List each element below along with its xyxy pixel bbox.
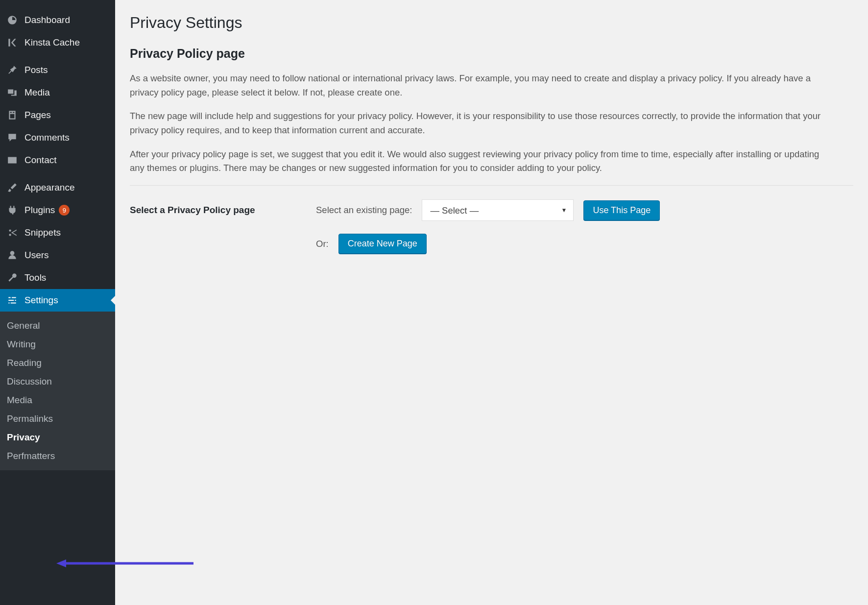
sidebar-item-settings[interactable]: Settings	[0, 289, 115, 312]
sidebar-item-contact[interactable]: Contact	[0, 149, 115, 171]
sidebar-item-comments[interactable]: Comments	[0, 126, 115, 149]
section-heading: Privacy Policy page	[130, 47, 853, 61]
intro-paragraph-1: As a website owner, you may need to foll…	[130, 72, 835, 99]
existing-page-label: Select an existing page:	[316, 205, 412, 216]
wrench-icon	[6, 271, 19, 284]
sidebar-item-label: Users	[24, 250, 49, 261]
sidebar-item-label: Contact	[24, 155, 56, 166]
submenu-item-reading[interactable]: Reading	[0, 354, 115, 372]
menu-separator	[0, 54, 115, 59]
submenu-item-perfmatters[interactable]: Perfmatters	[0, 447, 115, 465]
mail-icon	[6, 154, 19, 167]
sidebar-item-label: Tools	[24, 272, 46, 283]
sidebar-item-label: Comments	[24, 132, 70, 143]
main-content: Privacy Settings Privacy Policy page As …	[115, 0, 868, 605]
pin-icon	[6, 64, 19, 76]
submenu-item-permalinks[interactable]: Permalinks	[0, 410, 115, 428]
sidebar-item-label: Kinsta Cache	[24, 37, 80, 48]
sidebar-item-kinsta-cache[interactable]: Kinsta Cache	[0, 31, 115, 54]
use-this-page-button[interactable]: Use This Page	[583, 200, 660, 220]
submenu-item-general[interactable]: General	[0, 316, 115, 335]
intro-paragraph-2: The new page will include help and sugge…	[130, 109, 835, 137]
sidebar-item-plugins[interactable]: Plugins 9	[0, 199, 115, 221]
sidebar-item-appearance[interactable]: Appearance	[0, 176, 115, 199]
kinsta-icon	[6, 36, 19, 49]
plugin-update-badge: 9	[59, 205, 70, 216]
create-new-page-button[interactable]: Create New Page	[338, 234, 427, 254]
sidebar-item-label: Appearance	[24, 182, 74, 193]
scissors-icon	[6, 226, 19, 239]
sidebar-item-users[interactable]: Users	[0, 244, 115, 266]
brush-icon	[6, 181, 19, 194]
privacy-page-select[interactable]: — Select —	[422, 199, 574, 221]
comment-icon	[6, 131, 19, 144]
sidebar-item-media[interactable]: Media	[0, 81, 115, 104]
page-title: Privacy Settings	[130, 14, 853, 32]
sidebar-item-label: Plugins	[24, 205, 55, 216]
user-icon	[6, 249, 19, 262]
plug-icon	[6, 204, 19, 217]
sidebar-item-label: Pages	[24, 110, 51, 121]
submenu-item-media[interactable]: Media	[0, 391, 115, 410]
sidebar-item-posts[interactable]: Posts	[0, 59, 115, 81]
submenu-item-writing[interactable]: Writing	[0, 335, 115, 354]
sidebar-item-snippets[interactable]: Snippets	[0, 221, 115, 244]
sidebar-item-label: Posts	[24, 65, 48, 75]
sidebar-item-label: Media	[24, 87, 50, 98]
menu-separator	[0, 171, 115, 176]
form-label: Select a Privacy Policy page	[130, 205, 316, 216]
sidebar-item-label: Dashboard	[24, 15, 70, 25]
sliders-icon	[6, 294, 19, 307]
sidebar-item-label: Settings	[24, 295, 58, 306]
intro-paragraph-3: After your privacy policy page is set, w…	[130, 147, 835, 175]
privacy-form: Select a Privacy Policy page Select an e…	[130, 185, 853, 254]
admin-sidebar: Dashboard Kinsta Cache Posts Media Pages…	[0, 0, 115, 605]
submenu-item-privacy[interactable]: Privacy	[0, 428, 115, 447]
sidebar-item-pages[interactable]: Pages	[0, 104, 115, 126]
settings-submenu: General Writing Reading Discussion Media…	[0, 312, 115, 470]
or-label: Or:	[316, 239, 329, 249]
submenu-item-discussion[interactable]: Discussion	[0, 372, 115, 391]
sidebar-item-label: Snippets	[24, 227, 61, 238]
dashboard-icon	[6, 14, 19, 26]
media-icon	[6, 86, 19, 99]
sidebar-item-tools[interactable]: Tools	[0, 266, 115, 289]
page-icon	[6, 109, 19, 121]
sidebar-item-dashboard[interactable]: Dashboard	[0, 9, 115, 31]
